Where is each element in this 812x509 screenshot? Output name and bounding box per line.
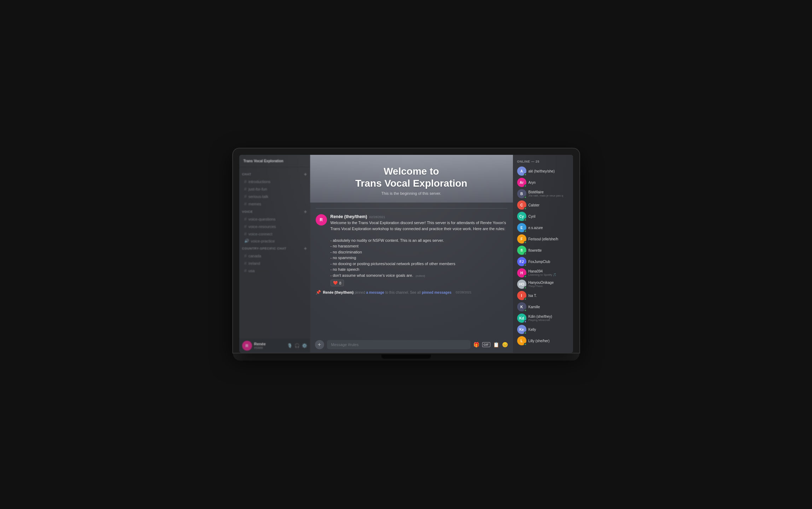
reaction-count: 8: [339, 281, 341, 285]
member-item[interactable]: B Bistéllaire J'ai raté, mais je veux pa…: [515, 188, 571, 199]
online-status-dot: [524, 286, 527, 289]
message-timestamp: 02/28/2021: [369, 215, 385, 219]
channel-voice-connect[interactable]: # voice-connect: [241, 230, 308, 238]
member-item[interactable]: FJ FoxJumpClub: [515, 256, 571, 267]
laptop: Trans Vocal Exploration CHAT + # introdu…: [233, 148, 579, 361]
channel-ireland[interactable]: # ireland: [241, 259, 308, 267]
online-status-dot: [524, 332, 527, 334]
emoji-icon[interactable]: 😊: [502, 342, 508, 347]
user-controls: 🎙️ 🎧 ⚙️: [287, 343, 307, 348]
member-name: Kamille: [528, 305, 569, 309]
member-item[interactable]: Cy Cyril: [515, 211, 571, 222]
message-text: Welcome to the Trans Vocal Exploration d…: [331, 220, 507, 278]
member-item[interactable]: E e.s.azure: [515, 222, 571, 233]
member-name: Hana094: [528, 269, 569, 273]
member-avatar: Ar: [517, 178, 526, 187]
member-avatar: FJ: [517, 257, 526, 266]
hash-icon: #: [244, 179, 247, 184]
member-item[interactable]: C Calster: [515, 199, 571, 211]
channel-voice-resources[interactable]: # voice-resources: [241, 223, 308, 230]
member-name: Bistéllaire: [528, 190, 569, 194]
member-name: Kelly: [528, 328, 569, 332]
headset-icon[interactable]: 🎧: [294, 343, 300, 348]
online-status-dot: [524, 230, 527, 233]
member-avatar: HO: [517, 280, 526, 289]
member-item[interactable]: Ar Aryn: [515, 177, 571, 188]
add-country-channel-button[interactable]: +: [304, 246, 307, 251]
section-chat: CHAT +: [239, 170, 310, 178]
online-status-dot: [524, 264, 527, 267]
online-status-dot: [524, 218, 527, 221]
channel-introductions[interactable]: # introductions: [241, 178, 308, 185]
member-item[interactable]: Kd Kdin (she/they) Playing Minecraft: [515, 312, 571, 324]
channel-canada[interactable]: # canada: [241, 252, 308, 259]
member-info: Isa T.: [528, 294, 569, 298]
gift-icon[interactable]: 🎁: [473, 342, 479, 347]
hash-icon: #: [244, 231, 247, 236]
microphone-icon[interactable]: 🎙️: [287, 343, 292, 348]
member-item[interactable]: F Ferisoul (elle/she/h: [515, 233, 571, 245]
pin-icon: 📌: [316, 290, 321, 295]
add-attachment-button[interactable]: +: [315, 340, 324, 349]
message-reaction[interactable]: ❤️ 8: [331, 280, 344, 286]
member-avatar: fl: [517, 246, 526, 255]
member-item[interactable]: fl flowrette: [515, 245, 571, 256]
member-info: flowrette: [528, 248, 569, 252]
hash-icon: #: [244, 194, 247, 199]
main-chat: Welcome toTrans Vocal Exploration This i…: [310, 155, 513, 353]
member-item[interactable]: HO HanyouOnikage They/Them: [515, 279, 571, 290]
hash-icon: #: [244, 216, 247, 222]
member-item[interactable]: K Kamille: [515, 301, 571, 312]
channel-usa[interactable]: # usa: [241, 267, 308, 274]
members-list: ONLINE — 25 A alé (he/they/she) Ar: [513, 155, 573, 353]
gif-icon[interactable]: GIF: [482, 342, 490, 347]
channel-serious-talk[interactable]: # serious-talk: [241, 193, 308, 200]
member-info: HanyouOnikage They/Them: [528, 281, 569, 288]
welcome-subtitle: This is the beginning of this server.: [381, 191, 441, 195]
message-author: Renée (they/them): [331, 214, 367, 219]
member-info: e.s.azure: [528, 226, 569, 230]
message-input[interactable]: [327, 340, 471, 349]
pinned-message-link[interactable]: a message: [366, 291, 384, 294]
speaker-icon: 🔊: [244, 239, 249, 243]
pinner-name-link[interactable]: Renée (they/them): [323, 291, 354, 294]
message-item: R Renée (they/them) 02/28/2021 Welcome t…: [316, 214, 507, 286]
channels-section: CHAT + # introductions # just-for-fun # …: [239, 167, 310, 274]
member-avatar: Ke: [517, 325, 526, 334]
member-avatar: C: [517, 200, 526, 210]
member-item[interactable]: A alé (he/they/she): [515, 165, 571, 177]
gaming-status-dot: [524, 320, 527, 323]
member-info: Aryn: [528, 181, 569, 185]
add-chat-channel-button[interactable]: +: [304, 171, 307, 177]
channel-memes[interactable]: # memes: [241, 200, 308, 207]
member-item[interactable]: Ke Kelly: [515, 324, 571, 335]
member-name: flowrette: [528, 248, 569, 252]
pinned-messages-link[interactable]: pinned messages: [422, 291, 451, 294]
messages-area: R Renée (they/them) 02/28/2021 Welcome t…: [310, 203, 513, 337]
member-item[interactable]: I Isa T.: [515, 290, 571, 301]
chat-welcome: Welcome toTrans Vocal Exploration This i…: [310, 155, 513, 203]
current-user-name: Renée: [254, 342, 287, 346]
online-status-dot: [524, 241, 527, 244]
member-item[interactable]: L Lilly (she/her): [515, 335, 571, 346]
online-status-dot: [524, 173, 527, 176]
member-name: alé (he/they/she): [528, 169, 569, 173]
channel-voice-practice[interactable]: 🔊 voice-practice: [241, 238, 308, 244]
member-name: HanyouOnikage: [528, 281, 569, 285]
add-voice-channel-button[interactable]: +: [304, 209, 307, 215]
hash-icon: #: [244, 201, 247, 206]
member-name: e.s.azure: [528, 226, 569, 230]
channel-voice-questions[interactable]: # voice-questions: [241, 215, 308, 223]
sticker-icon[interactable]: 📋: [493, 342, 499, 347]
member-avatar: E: [517, 223, 526, 232]
member-avatar: F: [517, 234, 526, 244]
settings-icon[interactable]: ⚙️: [302, 343, 307, 348]
pin-notification: 📌 Renée (they/them) pinned a message to …: [316, 289, 507, 296]
server-name[interactable]: Trans Vocal Exploration: [239, 155, 310, 167]
discord-app: Trans Vocal Exploration CHAT + # introdu…: [239, 155, 573, 353]
member-name: Aryn: [528, 181, 569, 185]
channel-just-for-fun[interactable]: # just-for-fun: [241, 185, 308, 193]
member-avatar: L: [517, 336, 526, 345]
member-avatar: B: [517, 189, 526, 198]
member-item[interactable]: H Hana094 Listening to Spotify 🎵: [515, 267, 571, 279]
